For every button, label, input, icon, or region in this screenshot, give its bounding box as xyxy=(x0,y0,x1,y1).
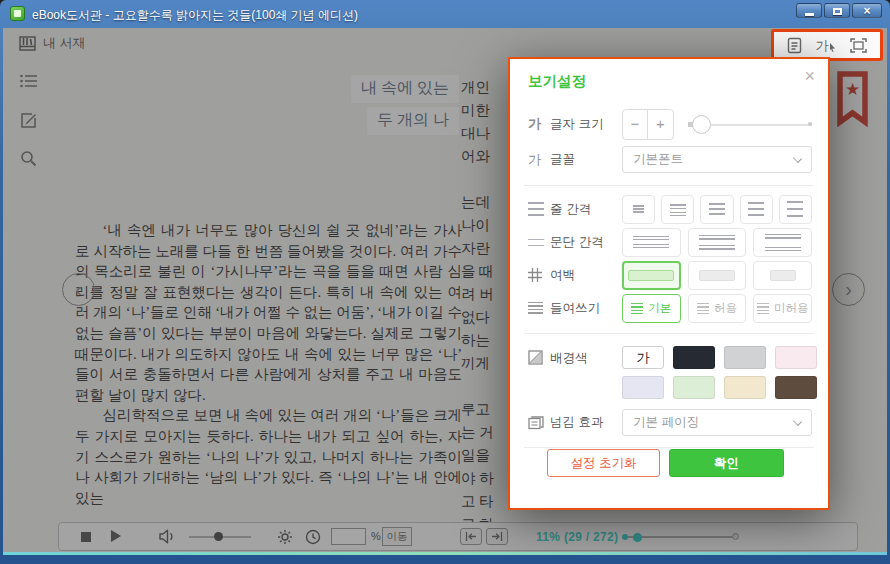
view-settings-panel: 보기설정 × 가 글자 크기 − + xyxy=(508,57,830,510)
indent-option-allow[interactable]: 허용 xyxy=(688,294,747,323)
font-family-select[interactable]: 기본폰트 xyxy=(622,146,812,173)
bg-swatch-cream[interactable] xyxy=(724,376,766,399)
background-color-swatches: 가 xyxy=(622,346,817,399)
margin-label: 여백 xyxy=(550,267,622,284)
minimize-icon xyxy=(805,13,814,16)
chevron-down-icon xyxy=(793,417,802,426)
font-size-icon: 가 xyxy=(528,115,550,133)
line-spacing-label: 줄 간격 xyxy=(550,201,622,218)
line-spacing-option-4[interactable] xyxy=(740,195,773,224)
app-logo-icon xyxy=(10,6,25,21)
paragraph-spacing-option-2[interactable] xyxy=(688,228,747,257)
confirm-button[interactable]: 확인 xyxy=(669,449,784,477)
line-spacing-option-5[interactable] xyxy=(779,195,812,224)
frame-sheen xyxy=(3,552,887,555)
margin-option-1-selected[interactable] xyxy=(622,261,681,290)
indent-option-disallow[interactable]: 미허용 xyxy=(753,294,812,323)
bg-swatch-lavender[interactable] xyxy=(622,376,664,399)
background-color-label: 배경색 xyxy=(550,350,622,367)
slider-max-dot xyxy=(808,122,812,126)
fullscreen-icon xyxy=(850,38,867,53)
page-info-button[interactable] xyxy=(787,37,802,54)
panel-close-button[interactable]: × xyxy=(804,67,815,85)
font-family-icon: 가 xyxy=(528,151,550,169)
window-title: eBook도서관 - 고요할수록 밝아지는 것들(100쇄 기념 에디션) xyxy=(32,7,358,24)
indent-option-default-selected[interactable]: 기본 xyxy=(622,294,681,323)
page-effect-select[interactable]: 기본 페이징 xyxy=(622,409,812,436)
close-icon: × xyxy=(853,4,881,18)
line-spacing-option-3[interactable] xyxy=(700,195,733,224)
fullscreen-button[interactable] xyxy=(850,38,867,53)
close-button[interactable]: × xyxy=(852,3,882,18)
app-window: eBook도서관 - 고요할수록 밝아지는 것들(100쇄 기념 에디션) × … xyxy=(0,0,890,564)
page-effect-value: 기본 페이징 xyxy=(633,415,699,429)
font-char: 가 xyxy=(815,39,828,52)
font-size-stepper: − + xyxy=(622,109,674,140)
bg-swatch-white[interactable]: 가 xyxy=(622,346,664,369)
margin-icon xyxy=(528,268,550,282)
bg-swatch-dark[interactable] xyxy=(673,346,715,369)
bg-swatch-gray[interactable] xyxy=(724,346,766,369)
line-spacing-icon xyxy=(528,202,550,217)
divider xyxy=(524,447,814,448)
reset-settings-button[interactable]: 설정 초기화 xyxy=(547,449,660,477)
background-color-icon xyxy=(528,350,550,365)
line-spacing-option-1[interactable] xyxy=(622,195,655,224)
font-size-slider xyxy=(688,110,812,139)
divider xyxy=(524,333,814,334)
indent-option-label: 미허용 xyxy=(774,301,809,316)
indent-lines-icon xyxy=(757,303,769,314)
paragraph-spacing-option-1[interactable] xyxy=(622,228,681,257)
indent-icon xyxy=(528,302,550,315)
cursor-icon xyxy=(829,43,836,52)
titlebar: eBook도서관 - 고요할수록 밝아지는 것들(100쇄 기념 에디션) × xyxy=(0,0,890,28)
maximize-button[interactable] xyxy=(824,3,850,18)
view-settings-button[interactable]: 가 xyxy=(815,39,836,52)
paragraph-spacing-label: 문단 간격 xyxy=(550,234,622,251)
font-size-label: 글자 크기 xyxy=(550,116,622,133)
page-effect-label: 넘김 효과 xyxy=(550,414,622,431)
divider xyxy=(524,185,814,186)
margin-option-3[interactable] xyxy=(753,261,812,290)
page-effect-icon xyxy=(528,416,550,430)
font-family-value: 기본폰트 xyxy=(633,152,683,166)
panel-actions: 설정 초기화 확인 xyxy=(510,449,828,477)
font-size-decrease-button[interactable]: − xyxy=(623,110,648,139)
paragraph-spacing-icon xyxy=(528,235,550,250)
indent-option-label: 기본 xyxy=(648,301,671,316)
indent-lines-icon xyxy=(631,303,643,314)
indent-lines-icon xyxy=(697,303,709,314)
panel-title: 보기설정 xyxy=(528,72,586,91)
paragraph-spacing-option-3[interactable] xyxy=(753,228,812,257)
font-family-label: 글꼴 xyxy=(550,151,622,168)
maximize-icon xyxy=(833,8,842,15)
indent-option-label: 허용 xyxy=(714,301,737,316)
indent-label: 들여쓰기 xyxy=(550,300,622,317)
margin-option-2[interactable] xyxy=(688,261,747,290)
font-size-slider-knob[interactable] xyxy=(692,115,711,134)
bg-swatch-brown[interactable] xyxy=(775,376,817,399)
document-icon xyxy=(787,37,802,54)
font-size-increase-button[interactable]: + xyxy=(648,110,673,139)
minimize-button[interactable] xyxy=(796,3,822,18)
line-spacing-option-2[interactable] xyxy=(661,195,694,224)
bg-swatch-green[interactable] xyxy=(673,376,715,399)
reader-content: 내 서재 내 속에 있는 두 개의 나 xyxy=(3,28,887,552)
chevron-down-icon xyxy=(793,154,802,163)
bg-swatch-pink[interactable] xyxy=(775,346,817,369)
